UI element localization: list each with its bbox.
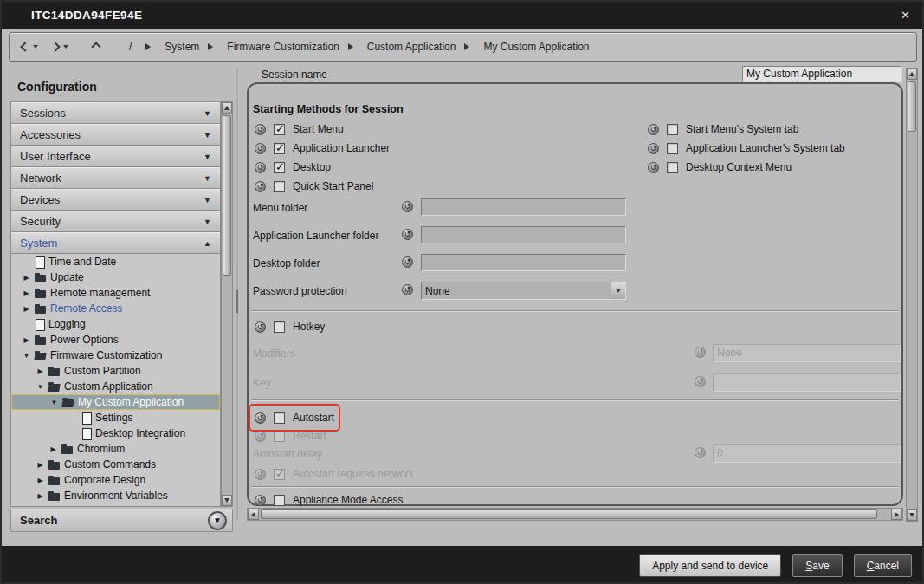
tree-item-settings[interactable]: Settings: [11, 410, 220, 425]
tree-item-custom-application[interactable]: ▼ Custom Application: [11, 379, 220, 394]
tree-item-clipped[interactable]: [11, 503, 220, 507]
checkbox-label: Desktop Context Menu: [686, 161, 792, 173]
tree-item-power-options[interactable]: ▶ Power Options: [11, 332, 220, 347]
application-launcher-folder-field[interactable]: [421, 226, 626, 243]
close-icon[interactable]: ✕: [901, 9, 910, 22]
sidebar-item-security[interactable]: Security ▼: [11, 211, 220, 232]
key-field: [713, 373, 901, 392]
triangle-right-icon: [464, 43, 469, 50]
caret-down-icon[interactable]: [33, 45, 38, 49]
reset-param-icon[interactable]: [255, 124, 266, 135]
tree-item-remote-management[interactable]: ▶ Remote management: [11, 285, 220, 301]
desktop-folder-field[interactable]: [421, 254, 626, 271]
tree-item-environment-variables[interactable]: ▶ Environment Variables: [11, 488, 220, 503]
reset-param-icon[interactable]: [255, 181, 266, 192]
triangle-right-icon: [208, 43, 213, 50]
appliance-mode-access-checkbox[interactable]: [274, 495, 285, 506]
main-vertical-scrollbar[interactable]: [906, 68, 918, 522]
application-launcher-checkbox[interactable]: [274, 143, 285, 154]
breadcrumb-root[interactable]: /: [129, 41, 132, 53]
cancel-button[interactable]: Cancel: [854, 554, 912, 577]
sidebar-item-user-interface[interactable]: User Interface ▼: [11, 146, 220, 167]
password-protection-select[interactable]: None: [421, 282, 626, 300]
tree-item-desktop-integration[interactable]: Desktop Integration: [11, 425, 220, 441]
tree-expand-arrow[interactable]: ▶: [36, 367, 45, 375]
scrollbar-thumb[interactable]: [261, 509, 877, 519]
tree-item-label: Firmware Customization: [50, 349, 162, 361]
sidebar-item-sessions[interactable]: Sessions ▼: [11, 102, 220, 124]
tree-expand-arrow[interactable]: ▶: [22, 289, 31, 297]
scroll-down-button[interactable]: [222, 495, 232, 506]
reset-param-icon[interactable]: [402, 201, 413, 212]
caret-down-icon[interactable]: [63, 45, 68, 49]
scroll-up-button[interactable]: [222, 102, 232, 114]
reset-param-icon[interactable]: [648, 143, 659, 154]
search-expand-button[interactable]: ▼: [208, 511, 227, 530]
application-launcher-system-tab-checkbox[interactable]: [667, 143, 678, 154]
sidebar-scrollbar[interactable]: [221, 101, 233, 507]
breadcrumb-item-system[interactable]: System: [165, 41, 199, 53]
reset-param-icon[interactable]: [255, 321, 266, 333]
session-name-field[interactable]: My Custom Application: [742, 66, 902, 82]
breadcrumb-item-my-custom-application[interactable]: My Custom Application: [483, 41, 589, 53]
tree-item-update[interactable]: ▶ Update: [11, 269, 220, 285]
panel-splitter[interactable]: [236, 69, 238, 520]
reset-param-icon[interactable]: [648, 124, 659, 135]
sidebar-item-network[interactable]: Network ▼: [11, 167, 220, 189]
checkbox-label: Start Menu: [293, 123, 344, 135]
tree-expand-arrow[interactable]: ▶: [36, 492, 45, 500]
quick-start-panel-checkbox[interactable]: [274, 181, 285, 192]
sidebar-item-label: Network: [20, 172, 61, 185]
section-heading: Starting Methods for Session: [253, 103, 404, 115]
save-button[interactable]: Save: [792, 554, 842, 577]
apply-and-send-button[interactable]: Apply and send to device: [639, 554, 781, 577]
tree-expand-arrow[interactable]: ▼: [36, 383, 45, 391]
reset-param-icon[interactable]: [255, 143, 266, 154]
reset-param-icon[interactable]: [255, 495, 266, 506]
nav-up-button[interactable]: [93, 43, 100, 50]
sidebar-item-system[interactable]: System ▲: [11, 232, 220, 254]
tree-item-time-and-date[interactable]: Time and Date: [11, 254, 220, 269]
scrollbar-thumb[interactable]: [223, 115, 231, 276]
reset-param-icon[interactable]: [402, 284, 413, 295]
tree-expand-arrow[interactable]: ▶: [22, 336, 31, 344]
tree-expand-arrow[interactable]: ▶: [36, 477, 45, 484]
tree-expand-arrow[interactable]: ▼: [49, 399, 59, 406]
scroll-right-button[interactable]: [891, 509, 902, 520]
reset-param-icon[interactable]: [648, 162, 659, 173]
tree-item-custom-commands[interactable]: ▶ Custom Commands: [11, 457, 220, 472]
tree-item-corporate-design[interactable]: ▶ Corporate Design: [11, 472, 220, 488]
nav-back-button[interactable]: [22, 43, 38, 50]
nav-forward-button[interactable]: [52, 43, 68, 50]
scroll-up-button[interactable]: [907, 68, 917, 80]
breadcrumb-item-firmware-customization[interactable]: Firmware Customization: [227, 41, 339, 53]
menu-folder-field[interactable]: [421, 198, 626, 216]
start-menu-system-tab-checkbox[interactable]: [667, 124, 678, 135]
tree-expand-arrow[interactable]: ▼: [22, 352, 31, 360]
breadcrumb-item-custom-application[interactable]: Custom Application: [367, 41, 456, 53]
main-horizontal-scrollbar[interactable]: [247, 508, 903, 521]
reset-param-icon[interactable]: [402, 256, 413, 268]
tree-expand-arrow[interactable]: ▶: [48, 445, 58, 453]
tree-item-remote-access[interactable]: ▶ Remote Access: [11, 301, 220, 316]
sidebar-item-devices[interactable]: Devices ▼: [11, 189, 220, 211]
scroll-left-button[interactable]: [248, 509, 259, 520]
reset-param-icon[interactable]: [255, 162, 266, 173]
scrollbar-thumb[interactable]: [908, 81, 916, 132]
tree-item-logging[interactable]: Logging: [11, 316, 220, 332]
tree-expand-arrow[interactable]: ▶: [22, 274, 31, 282]
scroll-down-button[interactable]: [907, 509, 917, 521]
desktop-checkbox[interactable]: [274, 162, 285, 173]
sidebar-item-accessories[interactable]: Accessories ▼: [11, 124, 220, 146]
desktop-context-menu-checkbox[interactable]: [667, 162, 678, 173]
tree-item-chromium[interactable]: ▶ Chromium: [11, 441, 220, 457]
tree-item-firmware-customization[interactable]: ▼ Firmware Customization: [11, 347, 220, 363]
tree-item-custom-partition[interactable]: ▶ Custom Partition: [11, 363, 220, 379]
hotkey-checkbox[interactable]: [274, 321, 285, 333]
tree-item-my-custom-application[interactable]: ▼ My Custom Application: [11, 394, 220, 410]
reset-param-icon[interactable]: [402, 229, 413, 240]
tree-expand-arrow[interactable]: ▶: [36, 461, 45, 469]
dropdown-arrow-button[interactable]: [611, 282, 625, 299]
start-menu-checkbox[interactable]: [274, 124, 285, 135]
tree-expand-arrow[interactable]: ▶: [22, 305, 31, 313]
